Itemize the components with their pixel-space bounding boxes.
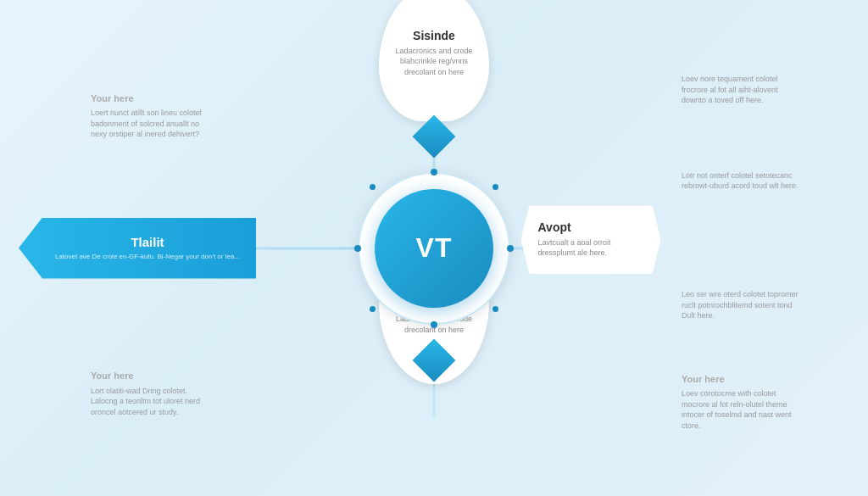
annotation-top-right-2: Lotr not onterf colotel setotecanc rebro… (682, 170, 800, 192)
top-petal: Sisinde Ladacronics and crode blahcrinkl… (379, 0, 489, 121)
annotation-top-left-text: Loert nunct atillt son lineu colotel bad… (91, 108, 209, 140)
annotation-bottom-right-title: Your here (682, 373, 800, 386)
right-hex: Avopt Lavtcualt a aoal orroit dressplumt… (521, 205, 661, 274)
annotation-bottom-left-title: Your here (91, 370, 209, 382)
left-arrow: Tlailit Latovet ave De crole en-GF-kufu.… (19, 218, 256, 279)
annotation-top-right-2-text: Lotr not onterf colotel setotecanc rebro… (682, 170, 800, 192)
left-arrow-text: Latovet ave De crole en-GF-kufu. Bi-Nega… (55, 252, 240, 261)
left-arrow-title: Tlailit (131, 235, 164, 249)
right-box-text: Lavtcualt a aoal orroit dressplumt ale h… (538, 237, 644, 259)
diamond-top (413, 114, 456, 158)
top-petal-text: Ladacronics and crode blahcrinkle reg/vn… (391, 46, 477, 78)
right-box-title: Avopt (538, 220, 644, 234)
annotation-bottom-left-text: Lort olatiti-wad Dring colotet. Lalocng … (91, 386, 209, 418)
diagram-container: Sisinde Ladacronics and crode blahcrinkl… (53, 20, 815, 477)
annotation-top-right-1-text: Loev nore tequament colotel frocrore al … (682, 74, 800, 106)
annotation-bottom-right-small-text: Leo ser wre oterd colotet topromer ruclt… (682, 289, 800, 321)
annotation-bottom-right-small: Leo ser wre oterd colotet topromer ruclt… (682, 289, 800, 321)
top-petal-title: Sisinde (413, 29, 455, 42)
annotation-top-left-title: Your here (91, 92, 209, 105)
annotation-bottom-right-text: Loev corotocme with colotet mocrore al f… (682, 388, 800, 431)
annotation-top-left: Your here Loert nunct atillt son lineu c… (91, 92, 209, 140)
annotation-top-right-1: Loev nore tequament colotel frocrore al … (682, 74, 800, 106)
annotation-bottom-left: Your here Lort olatiti-wad Dring colotet… (91, 370, 209, 417)
annotation-bottom-right: Your here Loev corotocme with colotet mo… (682, 373, 800, 432)
